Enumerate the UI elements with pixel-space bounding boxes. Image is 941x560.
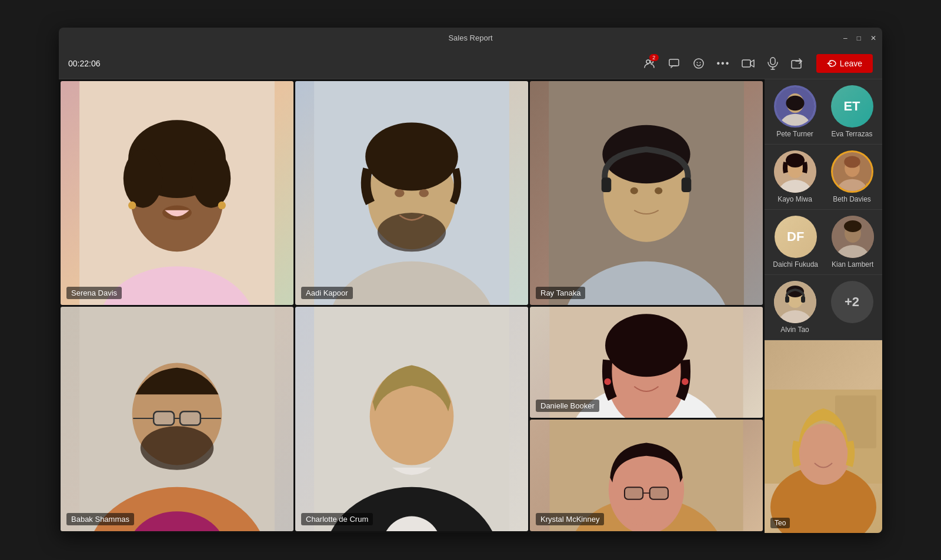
avatar-daichi: DF [775, 216, 817, 258]
svg-rect-2 [669, 59, 679, 66]
svg-rect-60 [650, 487, 668, 499]
participants-button[interactable]: 2 [639, 53, 660, 74]
svg-rect-10 [792, 61, 801, 68]
svg-point-35 [655, 187, 662, 194]
avatar-block-pete: Pete Turner [774, 85, 816, 138]
name-eva: Eva Terrazas [832, 130, 873, 138]
name-pete: Pete Turner [776, 130, 813, 138]
video-cell-danielle: Danielle Booker [530, 307, 763, 418]
video-grid: Serena Davis [59, 79, 765, 533]
svg-point-4 [696, 62, 698, 63]
sidebar-row-2[interactable]: Kayo Miwa 🤚 [765, 145, 882, 210]
window-controls: – □ ✕ [843, 34, 876, 42]
svg-rect-32 [602, 177, 612, 192]
svg-point-54 [604, 378, 611, 385]
svg-rect-83 [785, 296, 789, 303]
svg-point-5 [699, 62, 700, 63]
window-title: Sales Report [448, 33, 492, 42]
call-timer: 00:22:06 [68, 59, 101, 68]
video-cell-aadi: Aadi Kapoor [295, 81, 528, 306]
camera-button[interactable] [738, 53, 759, 74]
toolbar-actions: 2 ••• [639, 53, 873, 74]
svg-point-55 [682, 378, 689, 385]
main-content: Serena Davis [59, 79, 882, 533]
avatar-block-plus2: +2 [831, 281, 873, 334]
minimize-button[interactable]: – [843, 34, 847, 42]
mic-button[interactable] [762, 53, 783, 74]
svg-point-27 [419, 189, 429, 197]
participant-label-babak: Babak Shammas [66, 513, 134, 525]
name-kian: Kian Lambert [832, 260, 873, 269]
video-cell-charlotte: Charlotte de Crum [295, 307, 528, 531]
svg-point-24 [365, 122, 458, 190]
close-button[interactable]: ✕ [870, 34, 876, 42]
avatar-block-beth: 🤚 Beth Davies [831, 150, 873, 203]
svg-point-40 [141, 426, 213, 470]
svg-point-53 [605, 314, 688, 377]
participant-label-danielle: Danielle Booker [536, 400, 599, 412]
sidebar-bottom-video: Teo [765, 340, 882, 533]
sidebar-row-3[interactable]: DF Daichi Fukuda Kian Lambert [765, 210, 882, 275]
participant-label-ray: Ray Tanaka [536, 287, 585, 299]
avatar-block-kian: Kian Lambert [832, 216, 874, 269]
avatar-kayo [774, 150, 816, 193]
sidebar-row-1[interactable]: Pete Turner ET Eva Terrazas [765, 79, 882, 145]
maximize-button[interactable]: □ [857, 34, 861, 42]
avatar-block-eva: ET Eva Terrazas [831, 85, 873, 138]
svg-point-62 [627, 508, 651, 525]
svg-rect-42 [180, 411, 201, 425]
reactions-button[interactable] [688, 53, 709, 74]
svg-rect-7 [770, 58, 775, 65]
name-alvin: Alvin Tao [780, 326, 809, 334]
leave-label: Leave [840, 59, 862, 68]
avatar-pete [774, 85, 816, 128]
name-kayo: Kayo Miwa [778, 195, 812, 203]
svg-point-3 [694, 59, 703, 68]
svg-point-65 [786, 95, 804, 110]
svg-point-17 [192, 149, 231, 208]
title-bar: Sales Report – □ ✕ [59, 28, 882, 49]
avatar-eva: ET [831, 85, 873, 128]
video-cell-serena: Serena Davis [61, 81, 293, 306]
participant-label-charlotte: Charlotte de Crum [301, 513, 373, 525]
svg-point-34 [630, 187, 638, 194]
participant-label-serena: Serena Davis [66, 287, 122, 299]
svg-rect-33 [682, 177, 692, 192]
svg-point-19 [128, 201, 136, 209]
video-cell-babak: Babak Shammas [61, 307, 293, 531]
svg-point-26 [395, 189, 405, 197]
svg-point-20 [218, 201, 226, 209]
more-button[interactable]: ••• [713, 53, 734, 74]
share-button[interactable] [787, 53, 808, 74]
svg-rect-41 [154, 411, 174, 425]
chat-button[interactable] [663, 53, 685, 74]
svg-point-0 [646, 60, 650, 63]
svg-point-88 [797, 424, 850, 485]
leave-button[interactable]: Leave [816, 54, 873, 73]
main-window: Sales Report – □ ✕ 00:22:06 2 [59, 28, 882, 533]
avatar-plus2: +2 [831, 281, 873, 323]
svg-rect-59 [625, 487, 643, 499]
name-beth: Beth Davies [833, 195, 871, 203]
avatar-beth: 🤚 [831, 150, 873, 193]
svg-point-73 [844, 156, 860, 167]
participant-label-aadi: Aadi Kapoor [301, 287, 353, 299]
participants-badge: 2 [649, 54, 659, 61]
svg-rect-6 [742, 60, 750, 67]
toolbar: 00:22:06 2 [59, 49, 882, 79]
svg-point-25 [378, 212, 446, 251]
avatar-block-daichi: DF Daichi Fukuda [773, 216, 818, 269]
participant-label-krystal: Krystal McKinney [536, 513, 604, 525]
svg-rect-84 [801, 296, 805, 303]
avatar-block-kayo: Kayo Miwa [774, 150, 816, 203]
sidebar: Pete Turner ET Eva Terrazas [765, 79, 882, 533]
right-column: Danielle Booker [530, 307, 763, 531]
sidebar-row-4[interactable]: Alvin Tao +2 [765, 275, 882, 340]
avatar-kian [832, 216, 874, 258]
avatar-block-alvin: Alvin Tao [774, 281, 816, 334]
svg-point-77 [844, 220, 862, 232]
video-cell-ray: Ray Tanaka [530, 81, 763, 306]
svg-point-16 [124, 149, 162, 208]
sidebar-bottom-participant-name: Teo [770, 518, 790, 528]
svg-point-69 [786, 153, 805, 167]
